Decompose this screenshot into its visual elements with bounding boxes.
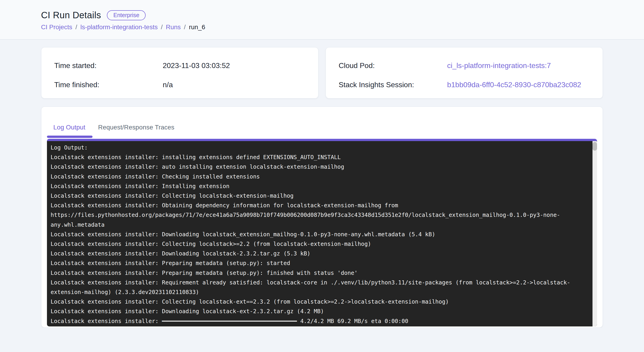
time-started-value: 2023-11-03 03:03:52 bbox=[163, 61, 230, 70]
log-line: Localstack extensions installer: Install… bbox=[50, 182, 587, 191]
stack-insights-row: Stack Insights Session: b1bb09da-6ff0-4c… bbox=[339, 80, 590, 89]
cloud-pod-label: Cloud Pod: bbox=[339, 61, 447, 70]
log-line: Localstack extensions installer: ━━━━━━━… bbox=[50, 316, 587, 326]
log-line: Localstack extensions installer: Collect… bbox=[50, 191, 587, 201]
log-line: https://files.pythonhosted.org/packages/… bbox=[50, 210, 587, 220]
enterprise-badge: Enterprise bbox=[107, 10, 146, 20]
time-started-row: Time started: 2023-11-03 03:03:52 bbox=[54, 61, 305, 70]
log-line: Localstack extensions installer: Downloa… bbox=[50, 230, 587, 239]
log-line: Localstack extensions installer: Prepari… bbox=[50, 258, 587, 268]
log-line: Localstack extensions installer: Downloa… bbox=[50, 307, 587, 316]
log-lines: Log Output:Localstack extensions install… bbox=[47, 141, 597, 326]
breadcrumb: CI Projects / ls-platform-integration-te… bbox=[41, 24, 603, 31]
stack-insights-label: Stack Insights Session: bbox=[339, 80, 447, 89]
log-card: Log Output Request/Response Traces Log O… bbox=[41, 106, 603, 328]
breadcrumb-link-runs[interactable]: Runs bbox=[166, 24, 181, 31]
breadcrumb-current-run: run_6 bbox=[189, 24, 205, 31]
log-line: Localstack extensions installer: Obtaini… bbox=[50, 201, 587, 210]
time-started-label: Time started: bbox=[54, 61, 163, 70]
log-line: any.whl.metadata bbox=[50, 220, 587, 230]
tab-log-output[interactable]: Log Output bbox=[47, 117, 92, 138]
cloud-pod-row: Cloud Pod: ci_ls-platform-integration-te… bbox=[339, 61, 590, 70]
log-scrollbar-track[interactable] bbox=[592, 141, 597, 326]
log-line: Localstack extensions installer: auto in… bbox=[50, 162, 587, 172]
tab-bar: Log Output Request/Response Traces bbox=[47, 117, 597, 138]
tab-request-response-traces[interactable]: Request/Response Traces bbox=[92, 117, 181, 138]
breadcrumb-separator: / bbox=[184, 24, 186, 31]
page-header: CI Run Details Enterprise CI Projects / … bbox=[0, 0, 644, 40]
run-links-card: Cloud Pod: ci_ls-platform-integration-te… bbox=[326, 47, 603, 99]
breadcrumb-link-ci-projects[interactable]: CI Projects bbox=[41, 24, 72, 31]
main-content: Time started: 2023-11-03 03:03:52 Time f… bbox=[0, 40, 644, 328]
log-line: extension-mailhog) (2.3.3.dev20231102110… bbox=[50, 287, 587, 297]
log-line: Localstack extensions installer: Downloa… bbox=[50, 249, 587, 258]
run-times-card: Time started: 2023-11-03 03:03:52 Time f… bbox=[41, 47, 318, 99]
stack-insights-link[interactable]: b1bb09da-6ff0-4c52-8930-c870ba23c082 bbox=[447, 80, 581, 89]
breadcrumb-separator: / bbox=[161, 24, 163, 31]
log-output-console[interactable]: Log Output:Localstack extensions install… bbox=[47, 139, 597, 326]
log-line: Localstack extensions installer: install… bbox=[50, 152, 587, 162]
log-line: Localstack extensions installer: Prepari… bbox=[50, 268, 587, 278]
time-finished-label: Time finished: bbox=[54, 80, 163, 89]
log-scrollbar-thumb[interactable] bbox=[592, 142, 597, 151]
time-finished-value: n/a bbox=[163, 80, 173, 89]
breadcrumb-separator: / bbox=[76, 24, 77, 31]
breadcrumb-link-project[interactable]: ls-platform-integration-tests bbox=[80, 24, 158, 31]
time-finished-row: Time finished: n/a bbox=[54, 80, 305, 89]
page-title: CI Run Details bbox=[41, 10, 101, 20]
log-line: Localstack extensions installer: Require… bbox=[50, 278, 587, 287]
active-tab-indicator bbox=[47, 136, 92, 138]
log-line: Log Output: bbox=[50, 143, 587, 152]
log-line: Localstack extensions installer: Checkin… bbox=[50, 172, 587, 182]
cloud-pod-link[interactable]: ci_ls-platform-integration-tests:7 bbox=[447, 61, 551, 70]
log-line: Localstack extensions installer: Collect… bbox=[50, 297, 587, 307]
log-line: Localstack extensions installer: Collect… bbox=[50, 239, 587, 249]
